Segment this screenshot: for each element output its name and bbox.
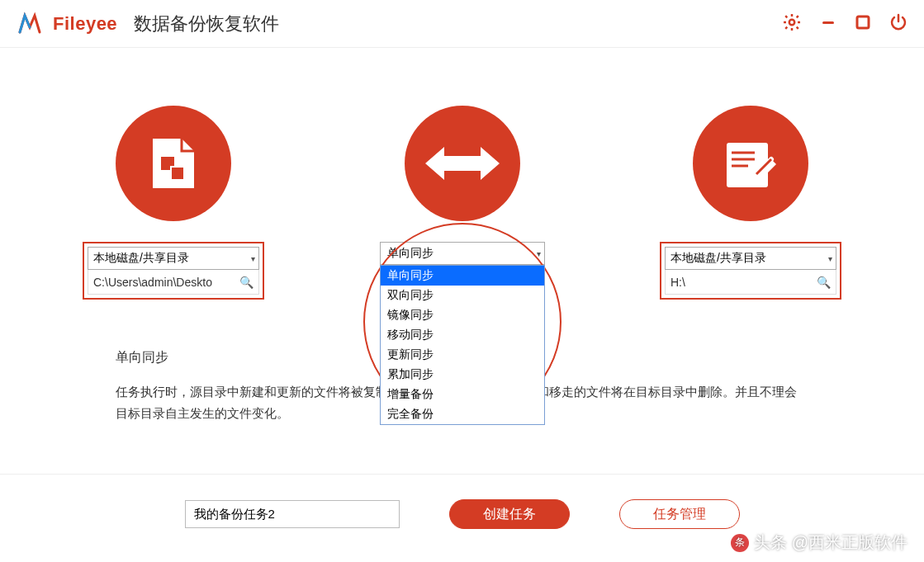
source-type-label: 本地磁盘/共享目录 bbox=[93, 251, 189, 266]
sync-option[interactable]: 单向同步 bbox=[381, 266, 544, 286]
target-column: 本地磁盘/共享目录 ▾ H:\ 🔍 bbox=[660, 106, 841, 300]
sync-option[interactable]: 镜像同步 bbox=[381, 305, 544, 325]
target-circle-icon bbox=[693, 106, 808, 221]
source-path-text: C:\Users\admin\Deskto bbox=[93, 276, 212, 289]
create-task-button[interactable]: 创建任务 bbox=[449, 499, 570, 529]
chevron-down-icon: ▾ bbox=[251, 254, 255, 263]
sync-option[interactable]: 移动同步 bbox=[381, 325, 544, 345]
target-path-input[interactable]: H:\ 🔍 bbox=[665, 270, 836, 295]
sync-dropdown: 单向同步双向同步镜像同步移动同步更新同步累加同步增量备份完全备份 bbox=[380, 265, 545, 425]
power-icon[interactable] bbox=[889, 13, 907, 35]
target-path-text: H:\ bbox=[670, 276, 685, 289]
search-icon: 🔍 bbox=[817, 276, 831, 289]
sync-option[interactable]: 完全备份 bbox=[381, 404, 544, 424]
manage-task-button[interactable]: 任务管理 bbox=[619, 499, 740, 529]
svg-rect-1 bbox=[822, 21, 834, 24]
watermark: 条 头条 @西米正版软件 bbox=[731, 531, 907, 554]
sync-option[interactable]: 增量备份 bbox=[381, 385, 544, 404]
app-logo-icon bbox=[17, 11, 43, 37]
gear-icon[interactable] bbox=[782, 12, 802, 35]
sync-option[interactable]: 累加同步 bbox=[381, 365, 544, 385]
sync-select-wrap: 单向同步 ▾ 单向同步双向同步镜像同步移动同步更新同步累加同步增量备份完全备份 bbox=[380, 242, 545, 265]
source-box: 本地磁盘/共享目录 ▾ C:\Users\admin\Deskto 🔍 bbox=[83, 242, 264, 300]
minimize-icon[interactable] bbox=[820, 14, 836, 34]
sync-circle-icon bbox=[405, 106, 520, 221]
watermark-text: 头条 @西米正版软件 bbox=[754, 531, 907, 554]
svg-rect-2 bbox=[857, 17, 869, 28]
sync-column: 单向同步 ▾ 单向同步双向同步镜像同步移动同步更新同步累加同步增量备份完全备份 bbox=[372, 106, 553, 265]
sync-current-label: 单向同步 bbox=[387, 246, 434, 261]
source-column: 本地磁盘/共享目录 ▾ C:\Users\admin\Deskto 🔍 bbox=[83, 106, 264, 300]
app-subtitle: 数据备份恢复软件 bbox=[134, 12, 279, 36]
task-name-input[interactable] bbox=[185, 500, 400, 528]
source-circle-icon bbox=[116, 106, 231, 221]
window-controls bbox=[782, 12, 907, 35]
chevron-down-icon: ▾ bbox=[828, 254, 832, 263]
titlebar-left: Fileyee 数据备份恢复软件 bbox=[17, 11, 279, 37]
target-type-select[interactable]: 本地磁盘/共享目录 ▾ bbox=[665, 247, 836, 270]
svg-point-0 bbox=[789, 19, 794, 24]
chevron-down-icon: ▾ bbox=[537, 249, 541, 258]
titlebar: Fileyee 数据备份恢复软件 bbox=[0, 0, 924, 48]
watermark-icon: 条 bbox=[731, 534, 749, 552]
source-path-input[interactable]: C:\Users\admin\Deskto 🔍 bbox=[88, 270, 259, 295]
target-type-label: 本地磁盘/共享目录 bbox=[670, 251, 766, 266]
sync-mode-select[interactable]: 单向同步 ▾ bbox=[380, 242, 545, 265]
source-type-select[interactable]: 本地磁盘/共享目录 ▾ bbox=[88, 247, 259, 270]
search-icon: 🔍 bbox=[239, 276, 254, 289]
sync-option[interactable]: 双向同步 bbox=[381, 286, 544, 305]
target-box: 本地磁盘/共享目录 ▾ H:\ 🔍 bbox=[660, 242, 841, 300]
app-name: Fileyee bbox=[53, 13, 117, 35]
svg-rect-4 bbox=[171, 167, 184, 180]
maximize-icon[interactable] bbox=[855, 14, 871, 34]
footer-bar: 创建任务 任务管理 bbox=[0, 474, 924, 529]
sync-option[interactable]: 更新同步 bbox=[381, 345, 544, 365]
